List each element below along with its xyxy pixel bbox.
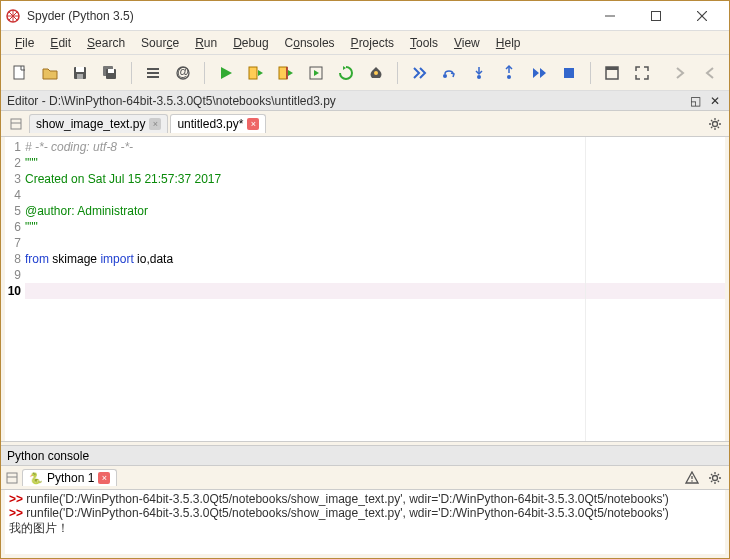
svg-rect-17 [249,67,257,79]
toolbar-separator [590,62,591,84]
save-button[interactable] [67,60,93,86]
tab-show-image-text[interactable]: show_image_text.py × [29,114,168,133]
menu-view[interactable]: View [446,34,488,52]
svg-point-21 [374,71,378,75]
stop-debug-button[interactable] [556,60,582,86]
maximize-pane-button[interactable] [599,60,625,86]
console-tab-label: Python 1 [47,471,94,485]
run-selection-button[interactable] [303,60,329,86]
menu-bar: File Edit Search Source Run Debug Consol… [1,31,729,55]
save-all-button[interactable] [97,60,123,86]
nav-forward-button[interactable] [667,60,693,86]
fullscreen-button[interactable] [629,60,655,86]
svg-rect-27 [564,68,574,78]
editor-pane: 12345678910 # -*- coding: utf-8 -*-"""Cr… [1,137,729,441]
svg-text:@: @ [177,65,189,79]
maximize-button[interactable] [633,1,679,31]
console-options-button[interactable] [705,468,725,488]
open-file-button[interactable] [37,60,63,86]
pathbar-buttons: ◱ ✕ [687,94,723,108]
svg-rect-5 [14,66,24,79]
console-tabs: 🐍 Python 1 × [1,466,729,490]
nav-back-button[interactable] [697,60,723,86]
svg-point-23 [477,75,481,79]
menu-search[interactable]: Search [79,34,133,52]
menu-file[interactable]: File [7,34,42,52]
svg-rect-11 [108,69,114,73]
close-button[interactable] [679,1,725,31]
tab-label: show_image_text.py [36,117,145,131]
console-warning-icon[interactable] [685,471,699,485]
code-editor[interactable]: 12345678910 # -*- coding: utf-8 -*-"""Cr… [5,137,725,441]
svg-rect-7 [76,67,84,72]
tab-browse-button[interactable] [5,114,27,134]
console-output[interactable]: >> runfile('D:/WinPython-64bit-3.5.3.0Qt… [1,490,729,558]
tab-label: untitled3.py* [177,117,243,131]
menu-tools[interactable]: Tools [402,34,446,52]
rerun-button[interactable] [333,60,359,86]
svg-point-36 [691,480,693,482]
run-cell-button[interactable] [243,60,269,86]
console-tab-close-icon[interactable]: × [98,472,110,484]
console-browse-button[interactable] [5,471,19,485]
menu-debug[interactable]: Debug [225,34,276,52]
svg-rect-33 [7,473,17,483]
toolbar-separator [204,62,205,84]
tab-close-icon[interactable]: × [247,118,259,130]
svg-point-37 [713,475,718,480]
at-button[interactable]: @ [170,60,196,86]
run-button[interactable] [213,60,239,86]
editor-path-text: Editor - D:\WinPython-64bit-3.5.3.0Qt5\n… [7,94,336,108]
editor-path-bar: Editor - D:\WinPython-64bit-3.5.3.0Qt5\n… [1,91,729,111]
run-cell-advance-button[interactable] [273,60,299,86]
step-into-button[interactable] [466,60,492,86]
python-icon: 🐍 [29,472,43,485]
code-area[interactable]: # -*- coding: utf-8 -*-"""Created on Sat… [25,137,725,441]
menu-projects[interactable]: Projects [343,34,402,52]
window-titlebar: Spyder (Python 3.5) [1,1,729,31]
new-file-button[interactable] [7,60,33,86]
line-gutter: 12345678910 [5,137,25,441]
svg-point-25 [507,75,511,79]
spyder-icon [5,8,21,24]
svg-rect-18 [279,67,287,79]
pathbar-close-icon[interactable]: ✕ [707,94,723,108]
console-title-bar: Python console [1,446,729,466]
column-guide [585,137,586,441]
toolbar-separator [131,62,132,84]
svg-rect-29 [606,67,618,70]
tab-close-icon[interactable]: × [149,118,161,130]
editor-options-button[interactable] [705,114,725,134]
tab-untitled3[interactable]: untitled3.py* × [170,114,266,133]
menu-run[interactable]: Run [187,34,225,52]
console-title-text: Python console [7,449,89,463]
menu-edit[interactable]: Edit [42,34,79,52]
continue-button[interactable] [526,60,552,86]
svg-point-22 [443,74,447,78]
step-over-button[interactable] [436,60,462,86]
menu-help[interactable]: Help [488,34,529,52]
kill-button[interactable] [363,60,389,86]
menu-source[interactable]: Source [133,34,187,52]
toolbar-separator [397,62,398,84]
console-tab-python1[interactable]: 🐍 Python 1 × [22,469,117,486]
step-out-button[interactable] [496,60,522,86]
menu-consoles[interactable]: Consoles [277,34,343,52]
pathbar-undock-icon[interactable]: ◱ [687,94,704,108]
minimize-button[interactable] [587,1,633,31]
toolbar: @ [1,55,729,91]
debug-button[interactable] [406,60,432,86]
svg-rect-2 [652,11,661,20]
editor-tabs: show_image_text.py × untitled3.py* × [1,111,729,137]
window-title: Spyder (Python 3.5) [27,9,587,23]
svg-point-32 [713,121,718,126]
svg-rect-8 [77,74,83,79]
cells-button[interactable] [140,60,166,86]
svg-rect-30 [11,119,21,129]
